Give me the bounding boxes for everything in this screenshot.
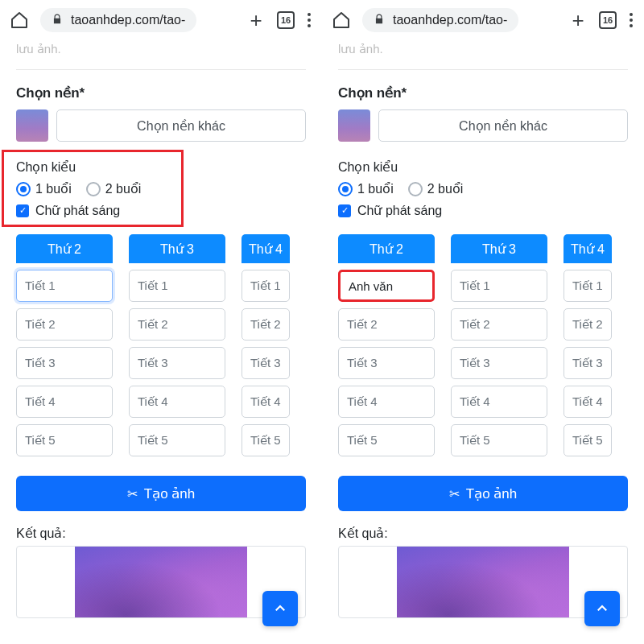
input-d2-p2[interactable]: Tiết 2 bbox=[338, 308, 435, 341]
style-title: Chọn kiểu bbox=[338, 159, 628, 175]
input-d2-p1[interactable]: Tiết 1 bbox=[16, 270, 113, 302]
input-d4-p4[interactable]: Tiết 4 bbox=[242, 386, 290, 418]
input-d4-p5[interactable]: Tiết 5 bbox=[242, 424, 290, 456]
input-d3-p5[interactable]: Tiết 5 bbox=[129, 424, 225, 456]
glow-checkbox[interactable]: ✓ Chữ phát sáng bbox=[16, 203, 306, 218]
tab-day-2[interactable]: Thứ 2 bbox=[338, 234, 435, 263]
input-d3-p1[interactable]: Tiết 1 bbox=[129, 270, 225, 302]
input-d4-p5[interactable]: Tiết 5 bbox=[564, 424, 612, 456]
tab-day-3[interactable]: Thứ 3 bbox=[129, 234, 225, 263]
input-d3-p2[interactable]: Tiết 2 bbox=[451, 308, 547, 341]
radio-2-label: 2 buổi bbox=[427, 181, 464, 196]
style-title: Chọn kiểu bbox=[16, 159, 306, 175]
lock-icon bbox=[374, 14, 386, 27]
radio-2-session[interactable]: 2 buổi bbox=[86, 181, 142, 196]
glow-checkbox[interactable]: ✓ Chữ phát sáng bbox=[338, 203, 628, 218]
url-bar[interactable]: taoanhdep.com/tao- bbox=[362, 8, 518, 32]
scissors-icon: ✂ bbox=[449, 486, 460, 502]
glow-checkbox-label: Chữ phát sáng bbox=[35, 203, 120, 218]
radio-1-label: 1 buổi bbox=[35, 181, 72, 196]
input-d2-p3[interactable]: Tiết 3 bbox=[16, 347, 113, 379]
create-image-button[interactable]: ✂ Tạo ảnh bbox=[338, 476, 628, 511]
create-button-label: Tạo ảnh bbox=[144, 485, 195, 502]
tab-day-4[interactable]: Thứ 4 bbox=[242, 234, 290, 263]
input-d4-p3[interactable]: Tiết 3 bbox=[242, 347, 290, 379]
result-label: Kết quả: bbox=[338, 526, 628, 541]
background-thumb[interactable] bbox=[338, 109, 370, 142]
input-d2-p4[interactable]: Tiết 4 bbox=[16, 386, 113, 418]
new-tab-icon[interactable]: + bbox=[246, 10, 266, 30]
input-d4-p2[interactable]: Tiết 2 bbox=[242, 308, 290, 341]
create-image-button[interactable]: ✂ Tạo ảnh bbox=[16, 476, 306, 511]
input-d2-p3[interactable]: Tiết 3 bbox=[338, 347, 435, 379]
input-d4-p1[interactable]: Tiết 1 bbox=[242, 270, 290, 302]
background-label: Chọn nền* bbox=[338, 85, 628, 101]
menu-icon[interactable] bbox=[628, 13, 634, 27]
tab-count-badge[interactable]: 16 bbox=[277, 11, 295, 29]
input-d2-p4[interactable]: Tiết 4 bbox=[338, 386, 435, 418]
input-d2-p2[interactable]: Tiết 2 bbox=[16, 308, 113, 341]
truncated-top-text: lưu ảnh. bbox=[16, 42, 306, 56]
input-d3-p2[interactable]: Tiết 2 bbox=[129, 308, 225, 341]
tab-count-badge[interactable]: 16 bbox=[599, 11, 617, 29]
background-thumb[interactable] bbox=[16, 109, 48, 142]
choose-background-button[interactable]: Chọn nền khác bbox=[378, 109, 628, 142]
glow-checkbox-label: Chữ phát sáng bbox=[357, 203, 442, 218]
input-d2-p1[interactable]: Anh văn bbox=[338, 270, 435, 302]
url-text: taoanhdep.com/tao- bbox=[71, 13, 185, 27]
radio-2-label: 2 buổi bbox=[105, 181, 142, 196]
home-icon[interactable] bbox=[10, 10, 29, 30]
input-d2-p5[interactable]: Tiết 5 bbox=[16, 424, 113, 456]
input-d3-p5[interactable]: Tiết 5 bbox=[451, 424, 547, 456]
radio-1-session[interactable]: 1 buổi bbox=[338, 181, 394, 196]
url-text: taoanhdep.com/tao- bbox=[393, 13, 507, 27]
scroll-top-button[interactable] bbox=[584, 591, 620, 626]
scissors-icon: ✂ bbox=[127, 486, 138, 502]
background-label: Chọn nền* bbox=[16, 85, 306, 101]
input-d3-p4[interactable]: Tiết 4 bbox=[129, 386, 225, 418]
result-label: Kết quả: bbox=[16, 526, 306, 541]
home-icon[interactable] bbox=[332, 10, 351, 30]
new-tab-icon[interactable]: + bbox=[568, 10, 588, 30]
tab-day-2[interactable]: Thứ 2 bbox=[16, 234, 113, 263]
input-d4-p4[interactable]: Tiết 4 bbox=[564, 386, 612, 418]
input-d4-p2[interactable]: Tiết 2 bbox=[564, 308, 612, 341]
radio-1-session[interactable]: 1 buổi bbox=[16, 181, 72, 196]
input-d3-p1[interactable]: Tiết 1 bbox=[451, 270, 547, 302]
create-button-label: Tạo ảnh bbox=[466, 485, 517, 502]
truncated-top-text: lưu ảnh. bbox=[338, 42, 628, 56]
url-bar[interactable]: taoanhdep.com/tao- bbox=[40, 8, 196, 32]
input-d4-p3[interactable]: Tiết 3 bbox=[564, 347, 612, 379]
input-d2-p5[interactable]: Tiết 5 bbox=[338, 424, 435, 456]
tab-day-3[interactable]: Thứ 3 bbox=[451, 234, 547, 263]
input-d3-p4[interactable]: Tiết 4 bbox=[451, 386, 547, 418]
radio-1-label: 1 buổi bbox=[357, 181, 394, 196]
radio-2-session[interactable]: 2 buổi bbox=[408, 181, 464, 196]
input-d3-p3[interactable]: Tiết 3 bbox=[129, 347, 225, 379]
choose-background-button[interactable]: Chọn nền khác bbox=[56, 109, 306, 142]
menu-icon[interactable] bbox=[306, 13, 312, 27]
lock-icon bbox=[52, 14, 64, 27]
input-d3-p3[interactable]: Tiết 3 bbox=[451, 347, 547, 379]
input-d4-p1[interactable]: Tiết 1 bbox=[564, 270, 612, 302]
scroll-top-button[interactable] bbox=[262, 591, 298, 626]
tab-day-4[interactable]: Thứ 4 bbox=[564, 234, 612, 263]
